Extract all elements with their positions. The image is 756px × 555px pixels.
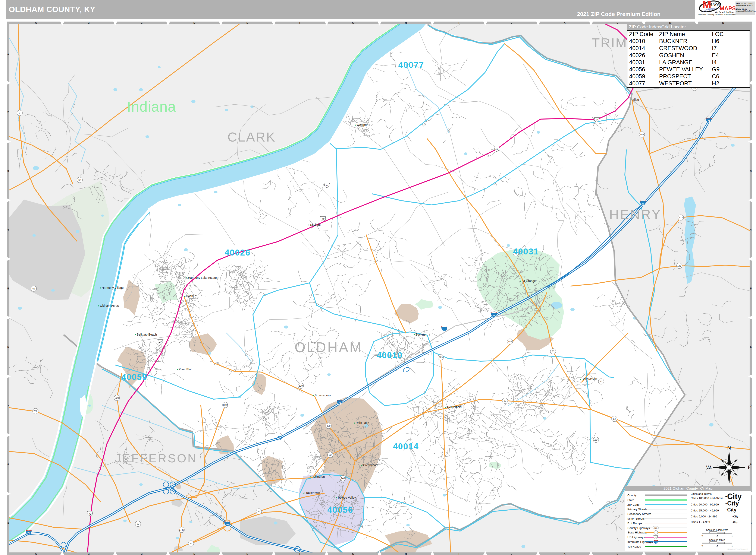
- svg-text:3: 3: [7, 170, 9, 173]
- svg-text:53: 53: [613, 418, 615, 420]
- svg-text:1447: 1447: [189, 542, 194, 545]
- svg-text:N: N: [727, 445, 731, 451]
- svg-text:1: 1: [731, 535, 733, 537]
- svg-text:71: 71: [443, 329, 446, 331]
- svg-text:22: 22: [504, 399, 506, 402]
- svg-text:B: B: [88, 552, 89, 555]
- svg-text:Harmony Village: Harmony Village: [102, 286, 124, 290]
- svg-text:71: 71: [708, 120, 710, 122]
- svg-text:123: 123: [654, 527, 657, 529]
- svg-text:Cities and Towns: Cities and Towns: [691, 492, 712, 496]
- svg-text:5: 5: [7, 287, 9, 290]
- svg-text:State: State: [627, 499, 634, 502]
- svg-text:F: F: [299, 552, 301, 555]
- svg-text:329: 329: [299, 384, 303, 387]
- svg-text:2: 2: [7, 111, 9, 114]
- svg-text:712: 712: [679, 216, 683, 219]
- svg-text:40026: 40026: [225, 248, 250, 257]
- svg-text:Buckner: Buckner: [415, 333, 427, 336]
- svg-text:22: 22: [600, 380, 602, 383]
- svg-text:1694: 1694: [223, 404, 228, 406]
- svg-text:C: C: [141, 22, 143, 24]
- svg-text:Scale in Kilometers: Scale in Kilometers: [706, 528, 728, 531]
- svg-text:266: 266: [34, 410, 37, 413]
- svg-text:.5: .5: [716, 545, 718, 547]
- svg-text:Centerfield: Centerfield: [447, 405, 462, 409]
- svg-text:146: 146: [341, 477, 345, 479]
- svg-text:K: K: [563, 22, 565, 24]
- svg-text:2021 MarketMAPS Inc. Allentown: 2021 MarketMAPS Inc. Allentown, PA: [727, 548, 748, 550]
- svg-text:Brownsboro: Brownsboro: [315, 394, 331, 397]
- svg-text:40014: 40014: [393, 442, 419, 451]
- svg-text:G: G: [352, 552, 354, 555]
- svg-text:County: County: [627, 494, 637, 497]
- svg-text:4: 4: [750, 228, 752, 231]
- svg-text:OLDHAM: OLDHAM: [294, 339, 362, 355]
- svg-text:US Highways: US Highways: [627, 536, 645, 539]
- svg-text:Ballardsville: Ballardsville: [582, 377, 598, 381]
- svg-text:3: 3: [750, 170, 752, 173]
- svg-text:JEFFERSON: JEFFERSON: [115, 452, 198, 465]
- svg-text:42: 42: [595, 119, 598, 121]
- svg-text:329: 329: [115, 397, 119, 399]
- svg-text:Pewee Valley: Pewee Valley: [338, 496, 356, 499]
- svg-text:265: 265: [226, 523, 229, 526]
- svg-text:Cities 25,000 - 49,999: Cities 25,000 - 49,999: [691, 509, 719, 512]
- svg-text:3: 3: [19, 112, 20, 114]
- svg-text:J: J: [511, 22, 513, 24]
- svg-text:Fraziertown: Fraziertown: [305, 491, 320, 495]
- svg-text:62: 62: [78, 179, 81, 181]
- svg-text:Belknap Beach: Belknap Beach: [137, 333, 157, 336]
- svg-text:5: 5: [750, 287, 752, 290]
- svg-text:0: 0: [702, 545, 703, 547]
- svg-text:146: 146: [508, 340, 512, 343]
- svg-text:CLARK: CLARK: [228, 130, 276, 144]
- svg-text:H: H: [405, 22, 407, 24]
- svg-text:City: City: [727, 492, 742, 501]
- svg-text:E: E: [246, 22, 248, 24]
- svg-text:Harmony Lake Estates: Harmony Lake Estates: [188, 276, 218, 280]
- svg-text:Sligo: Sligo: [632, 98, 639, 101]
- svg-text:53: 53: [552, 350, 554, 353]
- svg-text:393: 393: [439, 356, 443, 358]
- svg-text:C: C: [141, 552, 143, 555]
- svg-text:HENRY: HENRY: [609, 207, 662, 222]
- svg-text:MAPS: MAPS: [720, 5, 736, 11]
- svg-text:Minor Streets: Minor Streets: [627, 517, 645, 520]
- svg-text:71: 71: [492, 314, 495, 317]
- svg-text:On Target. On Time.: On Target. On Time.: [715, 11, 734, 13]
- svg-text:40077: 40077: [398, 60, 424, 70]
- svg-text:E: E: [246, 552, 248, 555]
- svg-text:1447: 1447: [256, 510, 262, 513]
- svg-text:7: 7: [750, 404, 752, 408]
- svg-text:Cities 100,000 and Above: Cities 100,000 and Above: [691, 497, 723, 500]
- svg-text:Cities 5,000 - 24,999: Cities 5,000 - 24,999: [691, 515, 717, 518]
- svg-text:Westport: Westport: [357, 123, 368, 127]
- svg-text:River Bluff: River Bluff: [178, 368, 192, 371]
- svg-text:State Highways: State Highways: [627, 531, 647, 534]
- svg-text:22: 22: [137, 522, 139, 525]
- svg-text:Skylight: Skylight: [310, 223, 321, 226]
- svg-text:City: City: [733, 521, 738, 523]
- svg-text:329: 329: [327, 425, 330, 427]
- svg-text:M: M: [669, 552, 671, 555]
- svg-text:Goshen: Goshen: [186, 294, 196, 298]
- svg-text:Primary Streets: Primary Streets: [627, 508, 647, 511]
- svg-text:8: 8: [7, 463, 9, 466]
- svg-text:B: B: [88, 22, 89, 24]
- svg-text:.5: .5: [716, 535, 718, 537]
- svg-text:71: 71: [339, 402, 341, 404]
- svg-text:62: 62: [33, 287, 35, 290]
- svg-text:0: 0: [702, 535, 703, 537]
- svg-text:22: 22: [329, 454, 331, 456]
- svg-text:1: 1: [731, 545, 733, 547]
- svg-text:Park Lake: Park Lake: [356, 421, 369, 425]
- svg-text:I: I: [459, 22, 459, 24]
- svg-text:Scale in Miles: Scale in Miles: [709, 539, 725, 542]
- svg-text:D: D: [193, 552, 195, 555]
- svg-text:K: K: [563, 552, 565, 555]
- svg-text:123: 123: [654, 531, 657, 533]
- svg-text:8: 8: [750, 463, 752, 466]
- svg-text:2: 2: [750, 111, 752, 114]
- svg-text:F: F: [299, 22, 301, 24]
